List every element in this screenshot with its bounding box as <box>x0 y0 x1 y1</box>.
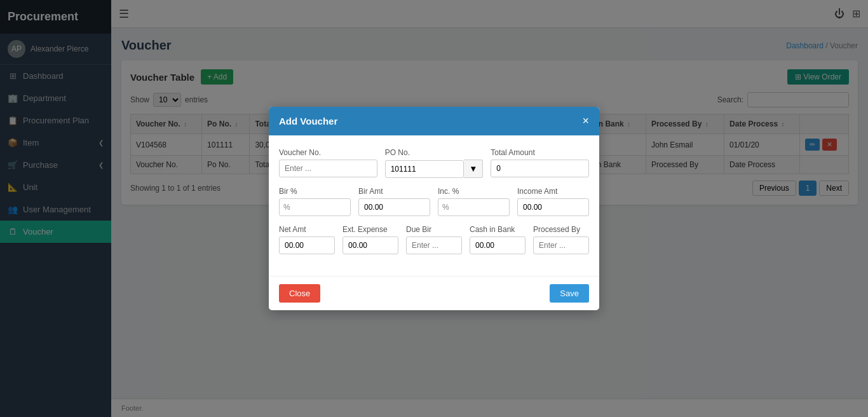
processed-by-label: Processed By <box>533 225 589 234</box>
modal-header: Add Voucher × <box>269 107 599 135</box>
add-voucher-modal: Add Voucher × Voucher No. PO No. ▼ To <box>269 107 599 310</box>
income-amt-input[interactable] <box>517 198 589 216</box>
percent-symbol-2: % <box>442 203 449 212</box>
ext-expense-input[interactable] <box>342 236 398 254</box>
form-group-income-amt: Income Amt <box>517 187 589 216</box>
form-row-3: Net Amt Ext. Expense Due Bir Cash in Ban… <box>279 225 589 254</box>
form-group-ext-expense: Ext. Expense <box>342 225 398 254</box>
form-row-1: Voucher No. PO No. ▼ Total Amount <box>279 148 589 178</box>
po-no-input[interactable] <box>385 160 464 178</box>
save-modal-button[interactable]: Save <box>550 284 589 303</box>
inc-pct-label: Inc. % <box>438 187 510 196</box>
total-amount-input[interactable] <box>491 160 589 177</box>
close-modal-button[interactable]: Close <box>279 284 320 303</box>
modal-footer: Close Save <box>269 276 599 310</box>
form-group-voucher-no: Voucher No. <box>279 148 377 178</box>
modal-overlay: Add Voucher × Voucher No. PO No. ▼ To <box>0 0 868 417</box>
net-amt-input[interactable] <box>279 236 335 254</box>
form-group-bir-pct: Bir % % <box>279 187 351 216</box>
net-amt-label: Net Amt <box>279 225 335 234</box>
bir-pct-label: Bir % <box>279 187 351 196</box>
form-group-cash-in-bank: Cash in Bank <box>470 225 526 254</box>
po-no-dropdown[interactable]: ▼ <box>464 160 483 178</box>
due-bir-label: Due Bir <box>406 225 462 234</box>
modal-title: Add Voucher <box>279 116 337 126</box>
form-group-due-bir: Due Bir <box>406 225 462 254</box>
po-no-label: PO No. <box>385 148 484 157</box>
due-bir-input[interactable] <box>406 236 462 254</box>
cash-in-bank-input[interactable] <box>470 236 526 254</box>
form-group-processed-by: Processed By <box>533 225 589 254</box>
total-amount-label: Total Amount <box>491 148 589 157</box>
form-group-inc-pct: Inc. % % <box>438 187 510 216</box>
ext-expense-label: Ext. Expense <box>342 225 398 234</box>
form-row-2: Bir % % Bir Amt Inc. % % <box>279 187 589 216</box>
modal-body: Voucher No. PO No. ▼ Total Amount <box>269 135 599 276</box>
form-group-total-amount: Total Amount <box>491 148 589 178</box>
voucher-no-input[interactable] <box>279 160 377 177</box>
form-group-net-amt: Net Amt <box>279 225 335 254</box>
bir-amt-label: Bir Amt <box>358 187 430 196</box>
bir-amt-input[interactable] <box>358 198 430 216</box>
income-amt-label: Income Amt <box>517 187 589 196</box>
voucher-no-label: Voucher No. <box>279 148 377 157</box>
percent-symbol: % <box>283 203 290 212</box>
modal-close-x-button[interactable]: × <box>582 114 589 128</box>
form-group-bir-amt: Bir Amt <box>358 187 430 216</box>
processed-by-input[interactable] <box>533 236 589 254</box>
cash-in-bank-label: Cash in Bank <box>470 225 526 234</box>
form-group-po-no: PO No. ▼ <box>385 148 484 178</box>
